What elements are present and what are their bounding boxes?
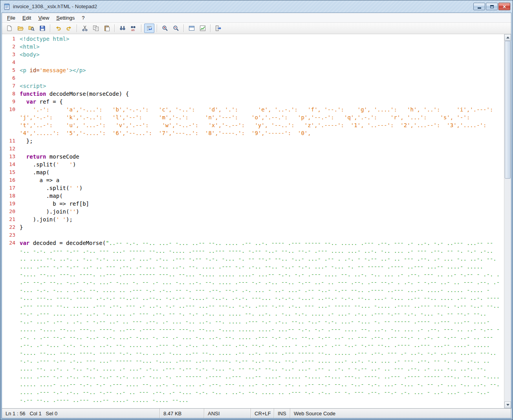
- code-text[interactable]: b => ref[b]: [19, 200, 504, 208]
- toolbar-separator: [50, 24, 51, 32]
- code-text[interactable]: return morseCode: [19, 153, 504, 161]
- browse-files-icon: [28, 25, 35, 31]
- find-button[interactable]: [117, 24, 128, 33]
- zoom-in-button[interactable]: [160, 24, 170, 33]
- code-text[interactable]: <!doctype html>: [19, 35, 504, 43]
- save-file-button[interactable]: [37, 24, 48, 33]
- code-line: 11 };: [2, 137, 504, 145]
- syntax-scheme-button[interactable]: [198, 24, 208, 33]
- redo-icon: [66, 25, 72, 31]
- cut-button[interactable]: [80, 24, 90, 33]
- line-number: 8: [2, 90, 19, 98]
- code-text[interactable]: [19, 74, 504, 82]
- line-number: 2: [2, 43, 19, 51]
- code-text[interactable]: .map(: [19, 168, 504, 176]
- code-text[interactable]: <script>: [19, 82, 504, 90]
- open-file-icon: [17, 25, 24, 31]
- code-line: 6: [2, 74, 504, 82]
- line-number: 4: [2, 58, 19, 66]
- scrollbar-track[interactable]: [504, 41, 511, 402]
- code-line: 21 ).join(' ');: [2, 215, 504, 223]
- scrollbar-thumb[interactable]: [505, 41, 511, 179]
- vertical-scrollbar[interactable]: [504, 34, 511, 408]
- line-number: 24: [2, 239, 19, 247]
- code-text[interactable]: [19, 58, 504, 66]
- new-file-button[interactable]: [4, 24, 15, 33]
- code-text[interactable]: };: [19, 137, 504, 145]
- code-text[interactable]: .map(: [19, 192, 504, 200]
- code-text[interactable]: <p id='message'></p>: [19, 66, 504, 74]
- code-text[interactable]: }: [19, 223, 504, 231]
- code-text[interactable]: .split(' '): [19, 184, 504, 192]
- paste-button[interactable]: [102, 24, 112, 33]
- status-insert-mode: INS: [274, 409, 290, 418]
- long-line-marker-button[interactable]: [187, 24, 197, 33]
- status-line-ending: CR+LF: [251, 409, 274, 418]
- line-number: 14: [2, 161, 19, 168]
- code-text[interactable]: ).join(' ');: [19, 215, 504, 223]
- code-line: 7<script>: [2, 82, 504, 90]
- exit-button[interactable]: [213, 24, 224, 33]
- long-line-marker-icon: [189, 25, 195, 31]
- line-number: 5: [2, 66, 19, 74]
- menu-help[interactable]: ?: [78, 14, 88, 22]
- code-line: 20 ).join(''): [2, 208, 504, 215]
- window-title: invoice_1308._xslx.hTML - Notepad2: [13, 4, 97, 9]
- code-line: 17 .split(' '): [2, 184, 504, 192]
- redo-button[interactable]: [64, 24, 74, 33]
- word-wrap-icon: [146, 25, 152, 31]
- title-bar[interactable]: invoice_1308._xslx.hTML - Notepad2 ×: [0, 0, 513, 13]
- code-text[interactable]: [19, 145, 504, 153]
- toolbar-separator: [183, 24, 184, 32]
- maximize-button[interactable]: [486, 3, 498, 10]
- scroll-up-button[interactable]: [504, 34, 511, 41]
- copy-button[interactable]: [91, 24, 101, 33]
- code-text[interactable]: <body>: [19, 51, 504, 58]
- copy-icon: [93, 25, 99, 31]
- editor-area: 1<!doctype html>2<html>3<body>45<p id='m…: [2, 34, 511, 408]
- code-line: 16 a => a: [2, 176, 504, 184]
- code-editor[interactable]: 1<!doctype html>2<html>3<body>45<p id='m…: [2, 34, 504, 408]
- scroll-down-button[interactable]: [504, 402, 511, 408]
- replace-icon: ab: [130, 25, 137, 31]
- code-line: 15 .map(: [2, 168, 504, 176]
- replace-button[interactable]: ab: [128, 24, 139, 33]
- menu-edit[interactable]: Edit: [19, 14, 35, 22]
- menu-file[interactable]: File: [4, 14, 19, 22]
- open-file-button[interactable]: [15, 24, 26, 33]
- code-text[interactable]: '.-': 'a','-...': 'b','-.-.': 'c', '-..'…: [19, 106, 504, 137]
- menu-view[interactable]: View: [35, 14, 53, 22]
- code-text[interactable]: var ref = {: [19, 98, 504, 106]
- code-line: 19 b => ref[b]: [2, 200, 504, 208]
- cut-icon: [82, 25, 88, 31]
- line-number: 16: [2, 176, 19, 184]
- code-text[interactable]: var decoded = decodeMorse("..-- -.-. --.…: [19, 239, 504, 404]
- menu-settings[interactable]: Settings: [53, 14, 78, 22]
- exit-icon: [215, 25, 222, 31]
- zoom-out-icon: [173, 25, 179, 31]
- code-text[interactable]: ).join(''): [19, 208, 504, 215]
- code-line: 18 .map(: [2, 192, 504, 200]
- code-line: 2<html>: [2, 43, 504, 51]
- close-button[interactable]: ×: [498, 3, 510, 10]
- zoom-in-icon: [162, 25, 168, 31]
- minimize-button[interactable]: [473, 3, 485, 10]
- code-text[interactable]: [19, 231, 504, 239]
- code-text[interactable]: function decodeMorse(morseCode) {: [19, 90, 504, 98]
- syntax-scheme-icon: [200, 25, 206, 31]
- browse-files-button[interactable]: [26, 24, 37, 33]
- zoom-out-button[interactable]: [171, 24, 181, 33]
- paste-icon: [104, 25, 110, 31]
- code-text[interactable]: <html>: [19, 43, 504, 51]
- code-line: 23: [2, 231, 504, 239]
- code-line: 1<!doctype html>: [2, 35, 504, 43]
- client-area: FileEditViewSettings? ab 1<!doctype html…: [2, 13, 511, 418]
- undo-button[interactable]: [53, 24, 63, 33]
- toolbar-separator: [77, 24, 77, 32]
- line-number: 21: [2, 215, 19, 223]
- code-line: 24var decoded = decodeMorse("..-- -.-. -…: [2, 239, 504, 404]
- code-text[interactable]: .split(' '): [19, 161, 504, 168]
- word-wrap-button[interactable]: [144, 24, 154, 33]
- code-text[interactable]: a => a: [19, 176, 504, 184]
- toolbar-separator: [157, 24, 158, 32]
